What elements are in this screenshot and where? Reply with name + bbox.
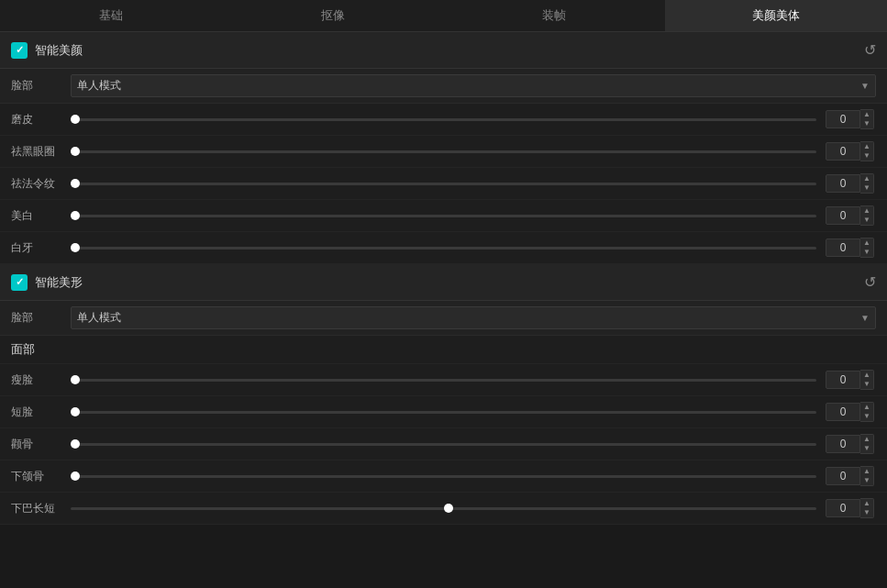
spinner-down-shoulian[interactable]: ▼: [860, 380, 873, 389]
slider-track-falingshen: [71, 183, 816, 185]
slider-track-xiabachang: [71, 507, 816, 510]
slider-value-box-mopi: ▲ ▼: [826, 109, 876, 129]
slider-track-duanlian: [71, 411, 816, 414]
slider-value-box-baiya: ▲ ▼: [826, 238, 876, 258]
spinner-up-falingshen[interactable]: ▲: [860, 174, 873, 183]
spinner-up-baiya[interactable]: ▲: [860, 239, 873, 248]
spinner-down-falingshen[interactable]: ▼: [860, 183, 873, 193]
slider-value-shoulian[interactable]: [826, 371, 860, 389]
slider-row-xiahegu: 下颌骨 ▲ ▼: [0, 460, 887, 493]
face-shape-subsection-label: 面部: [0, 336, 887, 364]
slider-thumb-duanlian[interactable]: [71, 407, 80, 416]
slider-track-container-baiya[interactable]: [71, 239, 816, 257]
slider-thumb-shoulian[interactable]: [71, 375, 80, 384]
face-shape-sliders: 瘦脸 ▲ ▼ 短脸 ▲ ▼ 颧骨: [0, 364, 887, 525]
spinner-down-mopi[interactable]: ▼: [860, 119, 873, 128]
slider-row-heiyanjuan: 祛黑眼圈 ▲ ▼: [0, 136, 887, 168]
slider-value-duanlian[interactable]: [826, 403, 860, 421]
slider-value-falingshen[interactable]: [826, 174, 860, 193]
face-shape-dropdown-arrow: ▼: [860, 313, 870, 323]
slider-value-box-falingshen: ▲ ▼: [826, 173, 876, 194]
spinner-up-xiabachang[interactable]: ▲: [860, 499, 873, 508]
slider-track-container-xiahegu[interactable]: [71, 467, 816, 485]
slider-row-mopi: 磨皮 ▲ ▼: [0, 104, 887, 136]
slider-track-quangu: [71, 443, 816, 446]
slider-label-xiabachang: 下巴长短: [11, 501, 71, 516]
slider-label-meibai: 美白: [11, 208, 71, 224]
spinner-down-heiyanjuan[interactable]: ▼: [860, 151, 873, 161]
face-shape-reset-icon[interactable]: ↺: [864, 273, 876, 291]
tab-beauty[interactable]: 美颜美体: [665, 0, 887, 31]
slider-value-quangu[interactable]: [826, 435, 860, 453]
face-beauty-mode-row: 脸部 单人模式 ▼: [0, 69, 887, 104]
slider-value-box-shoulian: ▲ ▼: [826, 370, 876, 390]
slider-value-xiahegu[interactable]: [826, 467, 860, 485]
slider-thumb-meibai[interactable]: [71, 211, 80, 220]
face-shape-mode-row: 脸部 单人模式 ▼: [0, 301, 887, 336]
slider-track-container-quangu[interactable]: [71, 435, 816, 453]
slider-track-heiyanjuan: [71, 150, 816, 153]
slider-value-box-xiahegu: ▲ ▼: [826, 466, 876, 486]
slider-thumb-xiahegu[interactable]: [71, 472, 80, 481]
face-shape-check-icon[interactable]: ✓: [11, 274, 28, 291]
slider-label-xiahegu: 下颌骨: [11, 469, 71, 484]
slider-label-heiyanjuan: 祛黑眼圈: [11, 144, 71, 160]
slider-row-meibai: 美白 ▲ ▼: [0, 200, 887, 232]
slider-value-baiya[interactable]: [826, 239, 860, 257]
face-beauty-reset-icon[interactable]: ↺: [864, 41, 876, 59]
spinner-up-mopi[interactable]: ▲: [860, 110, 873, 119]
face-beauty-check-icon[interactable]: ✓: [11, 42, 28, 59]
spinner-up-shoulian[interactable]: ▲: [860, 371, 873, 380]
slider-track-container-meibai[interactable]: [71, 206, 816, 225]
face-shape-face-label: 脸部: [11, 310, 71, 326]
spinner-up-duanlian[interactable]: ▲: [860, 403, 873, 412]
slider-value-box-heiyanjuan: ▲ ▼: [826, 141, 876, 161]
slider-label-shoulian: 瘦脸: [11, 372, 71, 388]
spinner-down-baiya[interactable]: ▼: [860, 248, 873, 257]
spinner-down-xiahegu[interactable]: ▼: [860, 476, 873, 485]
slider-value-meibai[interactable]: [826, 206, 860, 225]
slider-value-box-duanlian: ▲ ▼: [826, 402, 876, 422]
spinner-up-quangu[interactable]: ▲: [860, 435, 873, 444]
tab-layout[interactable]: 装帧: [444, 0, 666, 31]
spinner-up-xiahegu[interactable]: ▲: [860, 467, 873, 476]
top-tabs: 基础 抠像 装帧 美颜美体: [0, 0, 887, 32]
slider-thumb-falingshen[interactable]: [71, 179, 80, 188]
face-beauty-mode-value: 单人模式: [77, 78, 121, 94]
spinner-down-meibai[interactable]: ▼: [860, 216, 873, 225]
spinner-down-quangu[interactable]: ▼: [860, 444, 873, 453]
face-beauty-mode-dropdown[interactable]: 单人模式 ▼: [71, 74, 876, 97]
slider-value-xiabachang[interactable]: [826, 499, 860, 517]
tab-basic[interactable]: 基础: [0, 0, 222, 31]
slider-track-container-xiabachang[interactable]: [71, 499, 816, 517]
face-beauty-header-left: ✓ 智能美颜: [11, 42, 83, 59]
spinner-up-meibai[interactable]: ▲: [860, 206, 873, 216]
spinner-up-heiyanjuan[interactable]: ▲: [860, 142, 873, 151]
spinner-down-xiabachang[interactable]: ▼: [860, 508, 873, 517]
slider-label-duanlian: 短脸: [11, 405, 71, 420]
slider-track-container-falingshen[interactable]: [71, 174, 816, 193]
slider-track-mopi: [71, 118, 816, 121]
slider-thumb-quangu[interactable]: [71, 439, 80, 449]
slider-track-container-mopi[interactable]: [71, 110, 816, 128]
slider-value-box-quangu: ▲ ▼: [826, 434, 876, 454]
slider-row-xiabachang: 下巴长短 ▲ ▼: [0, 493, 887, 525]
slider-value-heiyanjuan[interactable]: [826, 142, 860, 161]
spinner-btns-mopi: ▲ ▼: [860, 109, 874, 129]
slider-track-container-shoulian[interactable]: [71, 371, 816, 389]
slider-row-baiya: 白牙 ▲ ▼: [0, 232, 887, 264]
spinner-btns-meibai: ▲ ▼: [860, 205, 874, 226]
face-shape-mode-dropdown[interactable]: 单人模式 ▼: [71, 306, 876, 329]
spinner-down-duanlian[interactable]: ▼: [860, 412, 873, 421]
face-beauty-dropdown-arrow: ▼: [860, 81, 870, 91]
tab-image[interactable]: 抠像: [222, 0, 444, 31]
slider-thumb-heiyanjuan[interactable]: [71, 147, 80, 156]
slider-value-mopi[interactable]: [826, 110, 860, 128]
slider-thumb-xiabachang[interactable]: [444, 504, 453, 513]
face-beauty-sliders: 磨皮 ▲ ▼ 祛黑眼圈 ▲ ▼ 祛法: [0, 104, 887, 264]
slider-thumb-mopi[interactable]: [71, 115, 80, 124]
slider-thumb-baiya[interactable]: [71, 243, 80, 252]
slider-track-container-duanlian[interactable]: [71, 403, 816, 421]
slider-track-container-heiyanjuan[interactable]: [71, 142, 816, 161]
face-shape-section-header: ✓ 智能美形 ↺: [0, 264, 887, 301]
